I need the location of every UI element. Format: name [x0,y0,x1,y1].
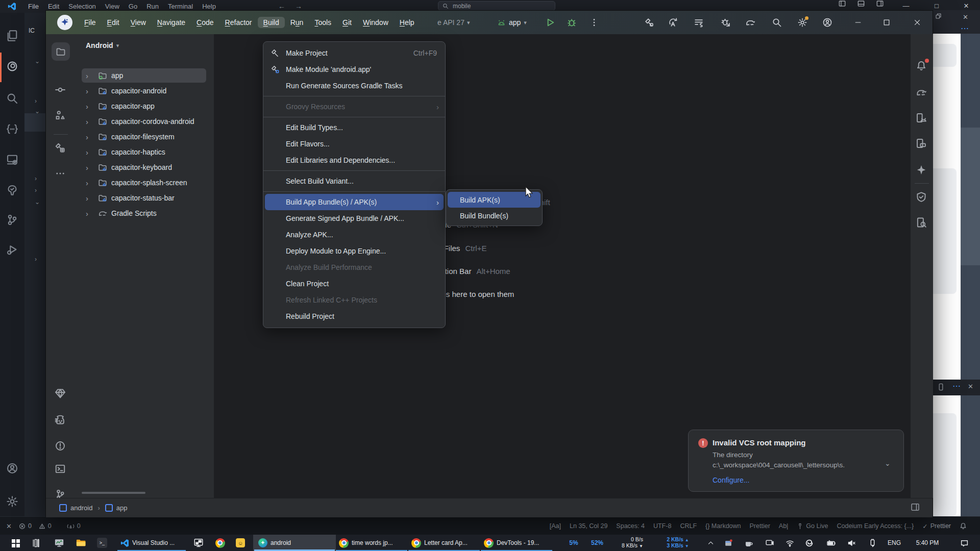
vscode-menu-help[interactable]: Help [198,3,220,10]
configure-link[interactable]: Configure... [713,476,749,484]
trusted-shield-icon[interactable] [916,191,928,204]
chevron-right-icon[interactable]: › [35,97,37,105]
eol-type[interactable]: CRLF [680,522,697,530]
breadcrumb-app[interactable]: app [116,504,128,512]
menu-item-edit-build-types[interactable]: Edit Build Types... [265,119,444,136]
tray-wifi-icon[interactable] [782,535,797,551]
project-view-selector[interactable]: Android▾ [86,41,119,49]
encoding[interactable]: UTF-8 [653,522,671,530]
run-configuration-selector[interactable]: app▾ [497,11,527,34]
commit-tool-button[interactable] [55,84,67,96]
vscode-menu-terminal[interactable]: Terminal [163,3,198,10]
vscode-menu-edit[interactable]: Edit [43,3,64,10]
device-icon[interactable] [937,383,945,391]
taskbar-vscode-window[interactable]: Visual Studio ... [116,535,187,551]
tray-clock[interactable]: 5:40 PM [910,535,945,551]
more-tool-windows-button[interactable] [55,168,67,180]
profiler-icon[interactable] [668,17,678,28]
chevron-down-icon[interactable]: ⌄ [35,198,40,206]
breadcrumb-android[interactable]: android [70,504,92,512]
run-debug-icon[interactable] [6,243,18,256]
chevron-right-icon[interactable]: › [35,256,37,263]
studio-menu-edit[interactable]: Edit [102,17,125,28]
tree-item-capacitor-filesystem[interactable]: › capacitor-filesystem [76,129,214,144]
more-actions-icon[interactable] [589,17,599,28]
taskbar-chrome-icon[interactable] [211,535,229,551]
studio-menu-run[interactable]: Run [285,17,309,28]
studio-menu-build[interactable]: Build [258,17,285,28]
tray-volume-muted-icon[interactable] [843,535,861,551]
panel-layout-icon[interactable] [911,503,920,512]
menu-item-deploy-module[interactable]: Deploy Module to App Engine... [265,243,444,259]
tree-item-capacitor-keyboard[interactable]: › capacitor-keyboard [76,160,214,175]
problems-tool-button[interactable] [55,440,67,453]
project-tool-button[interactable] [52,42,70,61]
go-live-button[interactable]: Go Live [797,522,828,530]
gradle-tool-button[interactable] [916,87,928,99]
display-app-icon[interactable] [190,535,207,551]
tree-item-capacitor-splash-screen[interactable]: › capacitor-splash-screen [76,175,214,190]
close-icon[interactable]: ✕ [963,13,968,21]
menu-item-clean-project[interactable]: Clean Project [265,276,444,292]
taskbar-android-studio-window[interactable]: android [253,535,336,551]
studio-maximize-button[interactable] [879,15,894,30]
ellipsis-icon[interactable]: ⋯ [952,381,962,391]
feedback-icon[interactable]: ✕ [6,522,12,530]
debug-button[interactable] [567,17,577,28]
vscode-menu-view[interactable]: View [101,3,124,10]
language-mode[interactable]: {} Markdown [705,522,741,530]
source-control-icon[interactable] [6,214,18,226]
device-manager-tool-button[interactable] [916,112,928,124]
indentation[interactable]: Spaces: 4 [616,522,645,530]
braces-icon[interactable] [6,123,18,135]
ellipsis-icon[interactable]: ⋯ [961,23,970,33]
search-input[interactable] [452,2,530,10]
run-tasks-lines-icon[interactable] [694,17,704,28]
remote-explorer-icon[interactable] [6,154,18,166]
menu-item-generate-signed-bundle[interactable]: Generate Signed App Bundle / APK... [265,210,444,227]
studio-menu-window[interactable]: Window [357,17,394,28]
menu-item-select-build-variant[interactable]: Select Build Variant... [265,173,444,189]
menu-item-make-module[interactable]: Make Module 'android.app' [265,61,444,78]
tray-expand-caret[interactable] [703,535,718,551]
taskbar-chrome-window-3[interactable]: DevTools - 19... [480,535,553,551]
tray-app-window-icon[interactable] [721,535,736,551]
notifications-bell-icon[interactable] [916,60,928,72]
tray-swirl-icon[interactable] [801,535,817,551]
gemini-gem-tool-button[interactable] [55,388,67,400]
formatter-status[interactable]: Prettier [750,522,770,530]
tray-screen-share-icon[interactable] [762,535,777,551]
studio-close-button[interactable] [910,15,925,30]
studio-menu-help[interactable]: Help [394,17,420,28]
settings-gear-icon[interactable] [6,495,18,508]
gradle-sync-icon[interactable] [745,17,755,28]
notification-center-icon[interactable] [955,535,973,551]
tree-item-app[interactable]: › app [76,68,214,83]
testing-tree-icon[interactable] [6,184,18,196]
build-hammer-icon[interactable] [644,17,654,28]
menu-item-edit-flavors[interactable]: Edit Flavors... [265,136,444,152]
codeium-status[interactable]: Codeium Early Access: {...} [837,522,914,530]
vscode-menu-go[interactable]: Go [124,3,142,10]
studio-menu-file[interactable]: File [79,17,102,28]
studio-menu-view[interactable]: View [125,17,152,28]
studio-menu-git[interactable]: Git [337,17,357,28]
taskbar-chrome-window-2[interactable]: Letter card Ap... [407,535,481,551]
cpu-usage[interactable]: 5% [564,535,584,551]
studio-menu-refactor[interactable]: Refactor [219,17,258,28]
chevron-right-icon[interactable]: › [35,175,37,182]
account-avatar-icon[interactable] [822,17,832,28]
case-badge[interactable]: [Aa] [550,522,561,530]
close-icon[interactable]: ✕ [968,383,973,390]
vscode-menu-run[interactable]: Run [142,3,163,10]
terminal-app-icon[interactable]: >_ [94,535,110,551]
menu-item-build-app-bundles-apks[interactable]: Build App Bundle(s) / APK(s) › [265,194,444,210]
warnings-status[interactable]: 0 [39,522,52,530]
device-explorer-tool-button[interactable] [916,217,928,229]
tree-item-gradle-scripts[interactable]: › Gradle Scripts [76,206,214,221]
vscode-search-box[interactable] [438,1,555,11]
running-devices-tool-button[interactable] [916,138,928,150]
settings-gear-icon[interactable] [797,17,807,28]
chat-app-icon[interactable]: ☺ [233,535,248,551]
extension-circle-icon[interactable] [6,60,18,72]
